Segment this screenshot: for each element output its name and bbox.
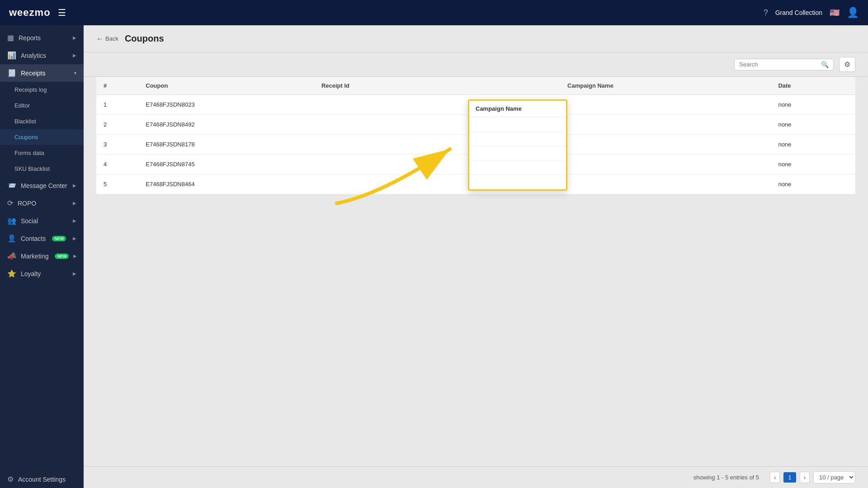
chevron-marketing: ▶ — [73, 253, 77, 258]
back-button[interactable]: ← Back — [96, 35, 118, 43]
table-header-row: # Coupon Receipt Id Campaign Name Date — [96, 77, 855, 95]
sidebar-label-reports: Reports — [19, 34, 41, 42]
sidebar-bottom: ⚙ Account Settings — [0, 470, 84, 488]
cell-campaign — [560, 174, 771, 194]
back-label: Back — [105, 35, 118, 42]
per-page-select[interactable]: 10 / page 25 / page 50 / page — [813, 471, 855, 483]
sidebar-label-receipts-log: Receipts log — [14, 86, 47, 93]
campaign-name-popup: Campaign Name — [468, 99, 567, 191]
sidebar-label-message-center: Message Center — [21, 182, 67, 189]
col-header-campaign: Campaign Name — [560, 77, 771, 95]
sidebar-label-loyalty: Loyalty — [21, 270, 41, 277]
sidebar-label-coupons: Coupons — [14, 134, 38, 141]
cell-date: none — [771, 155, 855, 174]
content-area: ← Back Coupons 🔍 ⚙ # Coupon Receipt Id — [84, 25, 868, 488]
sidebar-item-reports[interactable]: ▦ Reports ▶ — [0, 29, 84, 47]
sidebar-label-account-settings: Account Settings — [18, 476, 66, 483]
receipts-icon: 🧾 — [7, 69, 16, 77]
cell-coupon: E7468FJSDN8492 — [138, 115, 314, 135]
campaign-popup-row — [469, 146, 566, 160]
campaign-popup-rows — [469, 117, 566, 189]
analytics-icon: 📊 — [7, 51, 16, 60]
sidebar-label-ropo: ROPO — [18, 200, 36, 207]
sidebar-item-contacts[interactable]: 👤 Contacts NEW ▶ — [0, 230, 84, 247]
header-left: weezmo ☰ — [9, 7, 66, 19]
pagination-info: showing 1 - 5 entries of 5 — [693, 474, 759, 481]
page-header: ← Back Coupons — [84, 25, 868, 52]
sidebar-item-loyalty[interactable]: ⭐ Loyalty ▶ — [0, 265, 84, 282]
campaign-popup-header: Campaign Name — [469, 101, 566, 117]
col-header-num: # — [96, 77, 138, 95]
sidebar-label-marketing: Marketing — [21, 253, 48, 260]
cell-num: 3 — [96, 135, 138, 155]
sidebar-item-sku-blacklist[interactable]: SKU Blacklist — [0, 161, 84, 177]
campaign-popup-row — [469, 160, 566, 175]
search-box[interactable]: 🔍 — [734, 59, 834, 70]
user-icon[interactable]: 👤 — [847, 7, 859, 19]
prev-page-button[interactable]: ‹ — [770, 472, 780, 483]
app-logo: weezmo — [9, 7, 51, 19]
cell-campaign — [560, 115, 771, 135]
sidebar-label-forms-data: Forms data — [14, 150, 44, 156]
cell-num: 1 — [96, 95, 138, 115]
cell-num: 5 — [96, 174, 138, 194]
sidebar-item-receipts-log[interactable]: Receipts log — [0, 82, 84, 98]
top-header: weezmo ☰ ? Grand Collection 🇺🇸 👤 — [0, 0, 868, 25]
sidebar-label-blacklist: Blacklist — [14, 118, 36, 125]
cell-campaign — [560, 155, 771, 174]
campaign-popup-row — [469, 131, 566, 146]
pagination: showing 1 - 5 entries of 5 ‹ 1 › 10 / pa… — [84, 466, 868, 488]
sidebar-item-analytics[interactable]: 📊 Analytics ▶ — [0, 47, 84, 64]
sidebar-item-marketing[interactable]: 📣 Marketing NEW ▶ — [0, 247, 84, 265]
sidebar-item-receipts[interactable]: 🧾 Receipts ▾ — [0, 64, 84, 82]
tenant-name: Grand Collection — [775, 9, 822, 16]
language-flag[interactable]: 🇺🇸 — [830, 8, 840, 18]
account-settings-icon: ⚙ — [7, 475, 14, 483]
sidebar-label-social: Social — [21, 217, 38, 225]
help-icon[interactable]: ? — [764, 8, 768, 18]
campaign-popup-row — [469, 175, 566, 189]
chevron-analytics: ▶ — [73, 53, 76, 58]
cell-date: none — [771, 115, 855, 135]
sidebar-item-social[interactable]: 👥 Social ▶ — [0, 212, 84, 230]
marketing-badge: NEW — [55, 253, 69, 259]
cell-coupon: E7468FJSDN8178 — [138, 135, 314, 155]
search-icon: 🔍 — [821, 61, 829, 68]
sidebar-label-analytics: Analytics — [21, 52, 46, 59]
chevron-contacts: ▶ — [73, 236, 76, 241]
chevron-message-center: ▶ — [73, 183, 76, 188]
chevron-reports: ▶ — [73, 35, 76, 40]
filter-button[interactable]: ⚙ — [839, 57, 855, 72]
header-right: ? Grand Collection 🇺🇸 👤 — [764, 7, 859, 19]
cell-date: none — [771, 135, 855, 155]
campaign-popup-row — [469, 117, 566, 131]
social-icon: 👥 — [7, 216, 16, 225]
sidebar-item-account-settings[interactable]: ⚙ Account Settings — [0, 470, 84, 488]
toolbar: 🔍 ⚙ — [84, 52, 868, 77]
sidebar-label-contacts: Contacts — [21, 235, 46, 242]
cell-campaign — [560, 95, 771, 115]
loyalty-icon: ⭐ — [7, 269, 16, 278]
hamburger-icon[interactable]: ☰ — [58, 7, 66, 18]
page-title: Coupons — [125, 33, 164, 44]
sidebar-item-ropo[interactable]: ⟳ ROPO ▶ — [0, 194, 84, 212]
sidebar-label-receipts: Receipts — [21, 70, 45, 77]
marketing-icon: 📣 — [7, 252, 16, 260]
sidebar-item-blacklist[interactable]: Blacklist — [0, 113, 84, 129]
search-input[interactable] — [739, 61, 818, 68]
sidebar-item-message-center[interactable]: 📨 Message Center ▶ — [0, 177, 84, 194]
ropo-icon: ⟳ — [7, 199, 13, 207]
cell-coupon: E7468FJSDN8464 — [138, 174, 314, 194]
chevron-loyalty: ▶ — [73, 271, 76, 276]
page-number-button[interactable]: 1 — [783, 472, 796, 483]
sidebar-item-editor[interactable]: Editor — [0, 98, 84, 113]
table-container: # Coupon Receipt Id Campaign Name Date 1… — [84, 77, 868, 466]
message-center-icon: 📨 — [7, 181, 16, 190]
sidebar-item-coupons[interactable]: Coupons — [0, 129, 84, 145]
back-arrow-icon: ← — [96, 35, 104, 43]
chevron-social: ▶ — [73, 218, 76, 223]
cell-num: 4 — [96, 155, 138, 174]
next-page-button[interactable]: › — [800, 472, 810, 483]
contacts-icon: 👤 — [7, 234, 16, 243]
sidebar-item-forms-data[interactable]: Forms data — [0, 145, 84, 161]
